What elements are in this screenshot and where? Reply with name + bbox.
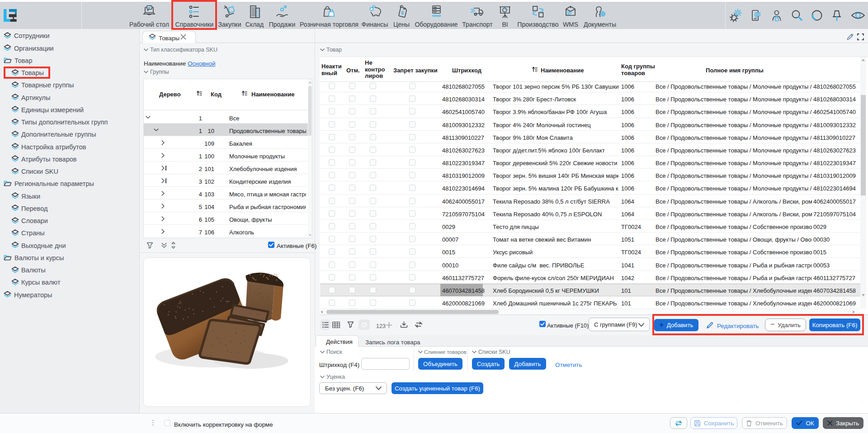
svg-text:$: $ xyxy=(401,10,404,16)
